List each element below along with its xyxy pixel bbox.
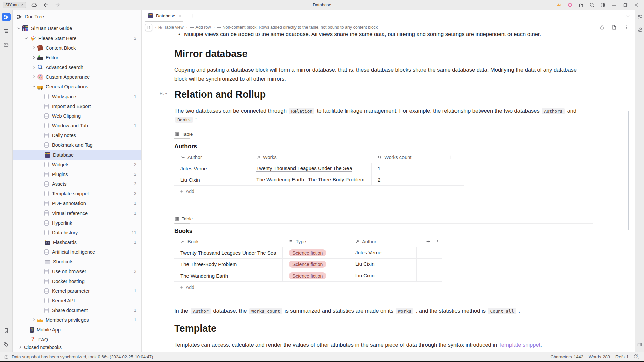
tag-pill[interactable]: Science fiction [289,272,326,279]
doc-tree-item[interactable]: Window and Tab1 [13,121,141,130]
doc-tree-item[interactable]: Member's privileges1 [13,315,141,325]
doc-tree-item[interactable]: Bookmark and Tag [13,140,141,150]
doc-tree-item[interactable]: Editor [13,53,141,62]
table-cell[interactable]: 2 [371,174,439,186]
table-cell[interactable]: Science fiction [282,247,349,259]
doc-tree-item[interactable]: Plugins2 [13,169,141,179]
ref-link[interactable]: The Three-Body Problem [308,177,364,183]
table-cell[interactable]: Liu Cixin [174,174,250,186]
doc-tree-item[interactable]: Kernel parameter1 [13,286,141,296]
window-restore-button[interactable] [622,1,629,9]
more-kebab-icon[interactable] [624,25,629,30]
chevron-icon[interactable] [31,317,36,323]
doc-tree-item[interactable]: Web Clipping [13,111,141,121]
window-minimize-button[interactable] [610,1,618,9]
chevron-icon[interactable] [31,84,36,89]
doc-tree-item[interactable]: Workspace1 [13,92,141,101]
doc-tree-item[interactable]: Advanced search [13,62,141,72]
doc-tree-item[interactable]: Assets3 [13,179,141,189]
chevron-icon[interactable] [16,26,21,31]
bookmark-dock-button[interactable] [2,326,11,335]
doc-tree-item[interactable]: Virtual reference1 [13,208,141,218]
tab-menu-chevron-icon[interactable] [626,14,635,18]
column-header-book[interactable]: Book [174,236,282,247]
table-cell[interactable]: Twenty Thousand Leagues Under The Sea [174,247,282,259]
column-header-author[interactable]: Author [174,152,250,163]
membership-crown-icon[interactable] [555,1,562,9]
column-header-author[interactable]: Author [349,236,416,247]
sponsor-heart-icon[interactable] [566,1,574,9]
tab-database[interactable]: Database [144,10,185,22]
doc-tree-item[interactable]: Shortcuts [13,257,141,266]
doc-tree-item[interactable]: Hyperlink [13,218,141,228]
doc-tree-item[interactable]: Please Start Here2 [13,33,141,43]
doc-tree-item[interactable]: Kernel API [13,296,141,305]
doc-tree-item[interactable]: Content Block [13,43,141,53]
unlock-icon[interactable] [599,25,605,30]
breadcrumb-item-non-content-block[interactable]: Non-content block: Rows added directly t… [217,25,378,30]
heading-relation-rollup[interactable]: H₂▼ Relation and Rollup [174,88,593,100]
doc-tree-item[interactable]: Daily notes [13,130,141,140]
column-header-works-count[interactable]: Works count [371,152,439,163]
view-tab-table[interactable]: Table [174,214,197,223]
breadcrumb-item-add-row[interactable]: Add row [190,25,211,30]
chevron-icon[interactable] [31,74,36,80]
doc-tree-dock-button[interactable] [2,13,11,21]
window-close-button[interactable] [633,1,640,9]
view-tab-table[interactable]: Table [174,130,197,139]
collapse-triangle-icon[interactable]: ▼ [165,92,167,96]
chevron-icon[interactable] [31,65,36,70]
books-title[interactable]: Books [174,228,593,235]
sync-cloud-button[interactable] [31,1,38,9]
add-column-button[interactable] [426,239,431,244]
chevron-right-icon[interactable] [17,345,23,350]
doc-tree-item[interactable]: Share document1 [13,305,141,315]
table-more-kebab-icon[interactable] [435,239,440,244]
doc-tree-item[interactable]: PDF annotation1 [13,198,141,208]
heading-template[interactable]: Template [174,322,593,335]
doc-tree-item[interactable]: Docker hosting [13,276,141,286]
closed-notebooks-row[interactable]: Closed notebooks [13,342,141,352]
table-cell[interactable]: The Three-Body Problem [174,259,282,270]
chevron-icon[interactable] [31,45,36,51]
paragraph-template[interactable]: Templates can access, calculate and rend… [174,340,593,349]
table-cell[interactable]: The Wandering EarthThe Three-Body Proble… [250,174,371,186]
tag-pill[interactable]: Science fiction [289,249,326,256]
doc-tree-item[interactable]: Database [13,150,141,160]
doc-tree-item[interactable]: Use on browser3 [13,266,141,276]
add-row-button[interactable]: Add [174,282,593,293]
outline-dock-button[interactable] [2,26,11,35]
doc-tree-item[interactable]: FAQ [13,335,141,342]
nav-forward-button[interactable] [54,1,61,9]
ref-link[interactable]: Liu Cixin [355,273,375,279]
graph-dock-button[interactable] [637,14,643,20]
tab-close-icon[interactable] [178,14,181,18]
new-doc-icon[interactable] [611,25,617,30]
chevron-icon[interactable] [31,55,36,60]
doc-tree-item[interactable]: Artificial Intelligence [13,247,141,257]
column-header-type[interactable]: Type [282,236,349,247]
ref-link[interactable]: Twenty Thousand Leagues Under The Sea [256,165,352,172]
table-cell[interactable]: Jules Verne [349,247,416,259]
add-column-button[interactable] [448,155,453,160]
global-graph-dock-button[interactable] [637,27,643,33]
doc-badge-icon[interactable] [145,24,152,31]
authors-title[interactable]: Authors [174,143,593,150]
table-cell[interactable]: Liu Cixin [349,259,416,270]
tag-dock-button[interactable] [2,340,11,349]
table-cell[interactable]: Jules Verne [174,163,250,174]
breadcrumb-item-table-view[interactable]: H₂ Table view [158,25,184,30]
search-icon[interactable] [588,1,596,9]
table-cell[interactable]: Science fiction [282,270,349,282]
table-cell[interactable]: Liu Cixin [349,270,416,282]
tag-pill[interactable]: Science fiction [289,261,326,268]
theme-contrast-icon[interactable] [599,1,607,9]
add-row-button[interactable]: Add [174,186,593,197]
column-header-works[interactable]: Works [250,152,371,163]
doc-tree-item[interactable]: Widgets2 [13,160,141,169]
table-more-kebab-icon[interactable] [458,155,462,160]
ref-link[interactable]: The Wandering Earth [256,177,304,183]
empty-cell[interactable] [439,174,464,186]
inbox-dock-button[interactable] [2,40,11,49]
table-cell[interactable]: Science fiction [282,259,349,270]
